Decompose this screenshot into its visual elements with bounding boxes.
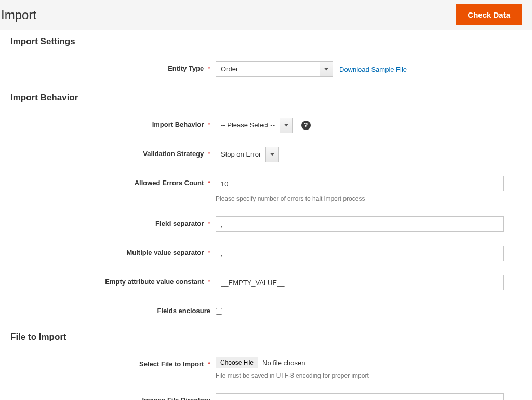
field-validation-strategy: Validation Strategy * Stop on Error	[10, 147, 522, 162]
entity-type-value: Order	[216, 61, 320, 77]
import-behavior-select[interactable]: -- Please Select --	[216, 118, 293, 133]
images-dir-label: Images File Directory	[142, 396, 211, 400]
entity-type-select[interactable]: Order	[216, 61, 333, 77]
section-import-behavior-title: Import Behavior	[10, 93, 522, 103]
field-field-separator: Field separator *	[10, 216, 522, 232]
import-form: Import Settings Entity Type * Order Down…	[0, 36, 532, 400]
download-sample-file-link[interactable]: Download Sample File	[339, 66, 407, 73]
choose-file-button[interactable]: Choose File	[216, 357, 258, 368]
validation-strategy-label: Validation Strategy	[143, 150, 204, 158]
page-title: Import	[0, 8, 36, 22]
field-select-file: Select File to Import * Choose File No f…	[10, 357, 522, 380]
field-allowed-errors: Allowed Errors Count * Please specify nu…	[10, 176, 522, 203]
chevron-down-icon[interactable]	[280, 118, 293, 133]
validation-strategy-select[interactable]: Stop on Error	[216, 147, 279, 162]
field-separator-input[interactable]	[216, 216, 504, 232]
required-mark: *	[208, 150, 210, 158]
chevron-down-icon[interactable]	[265, 147, 279, 162]
images-dir-input[interactable]	[216, 393, 504, 400]
section-import-settings-title: Import Settings	[10, 36, 522, 47]
field-images-dir: Images File Directory For Type "Local Se…	[10, 393, 522, 400]
validation-strategy-value: Stop on Error	[216, 147, 265, 162]
required-mark: *	[208, 64, 210, 72]
import-behavior-value: -- Please Select --	[216, 118, 280, 133]
section-file-to-import-title: File to Import	[10, 332, 522, 342]
field-import-behavior: Import Behavior * -- Please Select -- ?	[10, 118, 522, 133]
field-multi-separator: Multiple value separator *	[10, 246, 522, 261]
select-file-note: File must be saved in UTF-8 encoding for…	[216, 371, 506, 380]
entity-type-label: Entity Type	[168, 64, 204, 72]
allowed-errors-note: Please specify number of errors to halt …	[216, 195, 506, 203]
empty-constant-input[interactable]	[216, 275, 504, 290]
required-mark: *	[208, 278, 210, 286]
multi-separator-input[interactable]	[216, 246, 504, 261]
fields-enclosure-checkbox[interactable]	[216, 308, 222, 315]
field-entity-type: Entity Type * Order Download Sample File	[10, 61, 522, 77]
required-mark: *	[208, 249, 210, 256]
select-file-label: Select File to Import	[139, 360, 204, 368]
help-icon[interactable]: ?	[301, 121, 311, 130]
field-fields-enclosure: Fields enclosure	[10, 304, 522, 316]
allowed-errors-input[interactable]	[216, 176, 504, 191]
empty-constant-label: Empty attribute value constant	[105, 278, 204, 286]
required-mark: *	[208, 121, 210, 128]
check-data-button[interactable]: Check Data	[456, 4, 522, 25]
fields-enclosure-label: Fields enclosure	[157, 307, 210, 315]
required-mark: *	[208, 360, 210, 368]
import-behavior-label: Import Behavior	[152, 121, 204, 128]
required-mark: *	[208, 179, 210, 187]
chevron-down-icon[interactable]	[320, 61, 333, 77]
allowed-errors-label: Allowed Errors Count	[135, 179, 204, 187]
field-empty-constant: Empty attribute value constant *	[10, 275, 522, 290]
page-header: Import Check Data	[0, 0, 532, 30]
required-mark: *	[208, 220, 210, 227]
multi-separator-label: Multiple value separator	[126, 249, 204, 256]
field-separator-label: Field separator	[155, 220, 204, 227]
file-chosen-status: No file chosen	[262, 359, 305, 367]
